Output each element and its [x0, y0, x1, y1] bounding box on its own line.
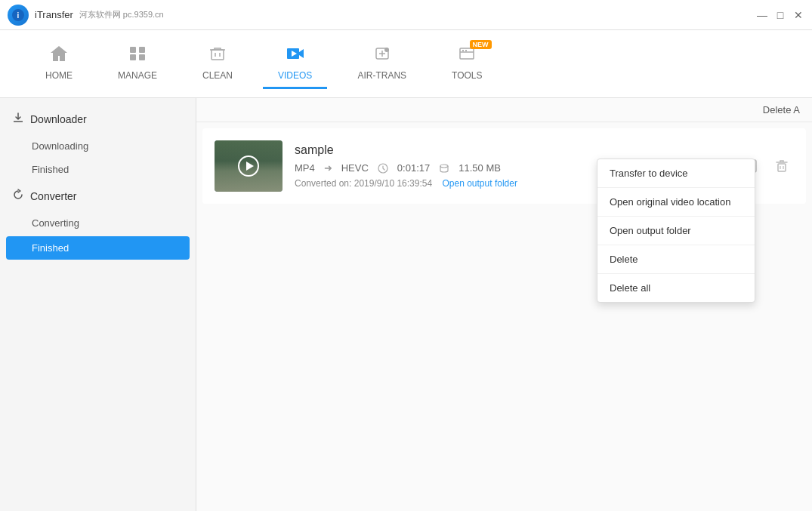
converted-on-text: Converted on: 2019/9/10 16:39:54: [295, 178, 432, 189]
converter-label: Converter: [30, 190, 76, 202]
nav-item-home[interactable]: HOME: [30, 38, 88, 89]
context-menu-open-original[interactable]: Open original video location: [597, 187, 755, 216]
context-menu-open-output[interactable]: Open output folder: [597, 216, 755, 245]
video-thumbnail[interactable]: [215, 140, 283, 192]
svg-text:i: i: [17, 11, 20, 20]
minimize-button[interactable]: —: [756, 9, 768, 21]
app-name: iTransfer: [35, 9, 73, 20]
context-menu-delete-all[interactable]: Delete all: [597, 273, 755, 302]
converting-label: Converting: [32, 217, 79, 229]
watermark-text: 河东软件网 pc.9359.cn: [79, 9, 164, 20]
sidebar-section-downloader: Downloader: [0, 104, 196, 134]
nav-label-tools: TOOLS: [452, 70, 482, 81]
sidebar-item-dl-finished[interactable]: Finished: [0, 158, 196, 181]
svg-rect-15: [462, 50, 464, 51]
nav-item-manage[interactable]: MANAGE: [103, 38, 172, 89]
format-to: HEVC: [341, 162, 369, 174]
svg-rect-2: [130, 47, 136, 53]
svg-point-18: [440, 165, 448, 168]
clock-icon: [378, 162, 388, 174]
nav-item-clean[interactable]: CLEAN: [187, 38, 248, 89]
svg-rect-16: [465, 50, 467, 51]
context-menu: Transfer to device Open original video l…: [597, 159, 755, 303]
nav-label-air-trans: AIR-TRANS: [357, 70, 406, 81]
nav-label-clean: CLEAN: [202, 70, 233, 81]
svg-rect-3: [139, 47, 145, 53]
nav-item-videos[interactable]: VIDEOS: [263, 38, 327, 89]
nav-item-air-trans[interactable]: AIR-TRANS: [342, 38, 421, 89]
title-bar: i iTransfer 河东软件网 pc.9359.cn — □ ✕: [0, 0, 812, 30]
nav-item-tools[interactable]: NEW TOOLS: [437, 38, 497, 89]
nav-bar: HOME MANAGE CLEAN: [0, 30, 812, 98]
downloader-label: Downloader: [30, 113, 87, 125]
arrow-icon: ➜: [324, 162, 332, 174]
title-bar-left: i iTransfer 河东软件网 pc.9359.cn: [8, 5, 164, 26]
close-button[interactable]: ✕: [792, 9, 804, 21]
new-badge: NEW: [470, 40, 492, 49]
nav-label-home: HOME: [45, 70, 73, 81]
home-icon: [49, 45, 69, 67]
sidebar-item-downloading[interactable]: Downloading: [0, 134, 196, 158]
maximize-button[interactable]: □: [774, 9, 786, 21]
open-output-folder-link[interactable]: Open output folder: [443, 178, 517, 189]
videos-icon: [286, 45, 305, 67]
delete-item-button[interactable]: [770, 154, 794, 178]
storage-icon: [439, 162, 449, 174]
air-trans-icon: [372, 45, 392, 67]
svg-point-12: [384, 48, 389, 52]
sidebar: Downloader Downloading Finished Converte…: [0, 98, 196, 511]
svg-rect-13: [460, 48, 474, 59]
downloading-label: Downloading: [32, 140, 88, 152]
context-menu-transfer-to-device[interactable]: Transfer to device: [597, 159, 755, 187]
content-toolbar: Delete A: [196, 98, 812, 122]
window-controls[interactable]: — □ ✕: [756, 9, 804, 21]
delete-all-button[interactable]: Delete A: [763, 104, 800, 115]
dl-finished-label: Finished: [32, 164, 69, 175]
refresh-icon: [12, 189, 24, 204]
context-menu-delete[interactable]: Delete: [597, 245, 755, 273]
manage-icon: [128, 45, 147, 67]
sidebar-item-converting[interactable]: Converting: [0, 211, 196, 235]
nav-label-videos: VIDEOS: [278, 70, 312, 81]
app-logo: i: [8, 5, 29, 26]
nav-label-manage: MANAGE: [118, 70, 157, 81]
video-name: sample: [295, 143, 727, 157]
conv-finished-label: Finished: [32, 242, 69, 254]
svg-rect-4: [130, 54, 136, 60]
svg-rect-21: [778, 164, 786, 171]
sidebar-item-conv-finished[interactable]: Finished: [6, 236, 190, 260]
format-from: MP4: [295, 162, 315, 174]
svg-rect-6: [211, 50, 224, 60]
download-icon: [12, 112, 24, 127]
video-duration: 0:01:17: [397, 162, 430, 174]
sidebar-section-converter: Converter: [0, 181, 196, 211]
video-size: 11.50 MB: [458, 162, 501, 174]
play-button[interactable]: [238, 155, 259, 177]
clean-icon: [208, 45, 227, 67]
svg-rect-5: [139, 54, 145, 60]
